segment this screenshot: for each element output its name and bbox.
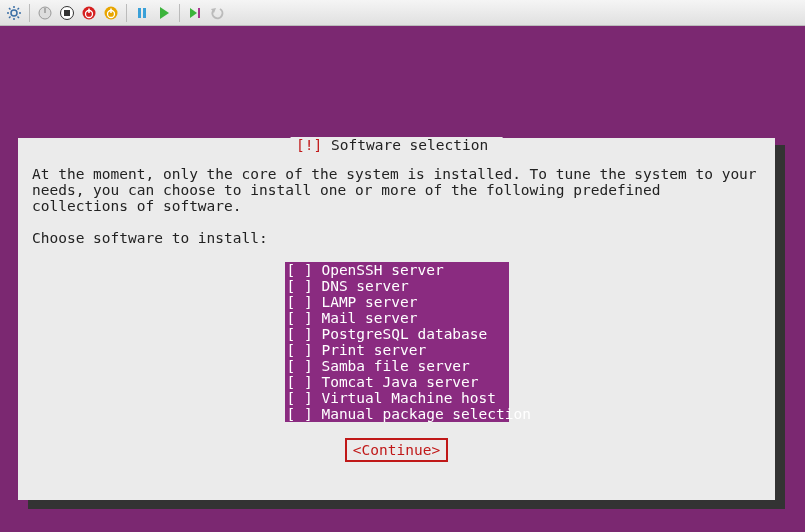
svg-line-8	[18, 8, 20, 10]
settings-icon[interactable]	[4, 3, 24, 23]
option-manual-package-selection[interactable]: [ ] Manual package selection	[285, 406, 509, 422]
svg-rect-23	[198, 8, 200, 18]
svg-line-5	[9, 8, 11, 10]
option-print-server[interactable]: [ ] Print server	[285, 342, 509, 358]
pause-icon[interactable]	[132, 3, 152, 23]
software-selection-dialog: [!] Software selection At the moment, on…	[18, 138, 775, 500]
continue-wrap: <Continue>	[32, 438, 761, 462]
dialog-body: At the moment, only the core of the syst…	[18, 138, 775, 462]
power-gray-icon[interactable]	[35, 3, 55, 23]
option-postgresql-database[interactable]: [ ] PostgreSQL database	[285, 326, 509, 342]
option-samba-file-server[interactable]: [ ] Samba file server	[285, 358, 509, 374]
option-mail-server[interactable]: [ ] Mail server	[285, 310, 509, 326]
svg-line-6	[18, 16, 20, 18]
software-options-list: [ ] OpenSSH server [ ] DNS server [ ] LA…	[285, 262, 509, 422]
toolbar-separator	[179, 4, 180, 22]
svg-rect-12	[64, 10, 70, 16]
dialog-title-bang: [!]	[296, 137, 322, 153]
option-tomcat-java-server[interactable]: [ ] Tomcat Java server	[285, 374, 509, 390]
svg-marker-22	[190, 8, 197, 18]
dialog-title: [!] Software selection	[290, 137, 503, 153]
svg-point-0	[11, 10, 17, 16]
svg-rect-20	[143, 8, 146, 18]
vm-toolbar	[0, 0, 805, 26]
installer-background: [!] Software selection At the moment, on…	[0, 26, 805, 532]
toolbar-separator	[126, 4, 127, 22]
svg-line-7	[9, 16, 11, 18]
toolbar-separator	[29, 4, 30, 22]
undo-icon[interactable]	[207, 3, 227, 23]
option-openssh-server[interactable]: [ ] OpenSSH server	[285, 262, 509, 278]
power-yellow-icon[interactable]	[101, 3, 121, 23]
svg-rect-19	[138, 8, 141, 18]
svg-marker-21	[160, 7, 169, 19]
option-virtual-machine-host[interactable]: [ ] Virtual Machine host	[285, 390, 509, 406]
dialog-intro-text: At the moment, only the core of the syst…	[32, 166, 761, 214]
power-red-icon[interactable]	[79, 3, 99, 23]
continue-button[interactable]: <Continue>	[345, 438, 448, 462]
play-icon[interactable]	[154, 3, 174, 23]
option-lamp-server[interactable]: [ ] LAMP server	[285, 294, 509, 310]
option-dns-server[interactable]: [ ] DNS server	[285, 278, 509, 294]
dialog-prompt-text: Choose software to install:	[32, 230, 761, 246]
play-ext-icon[interactable]	[185, 3, 205, 23]
stop-icon[interactable]	[57, 3, 77, 23]
dialog-title-text: Software selection	[322, 137, 497, 153]
